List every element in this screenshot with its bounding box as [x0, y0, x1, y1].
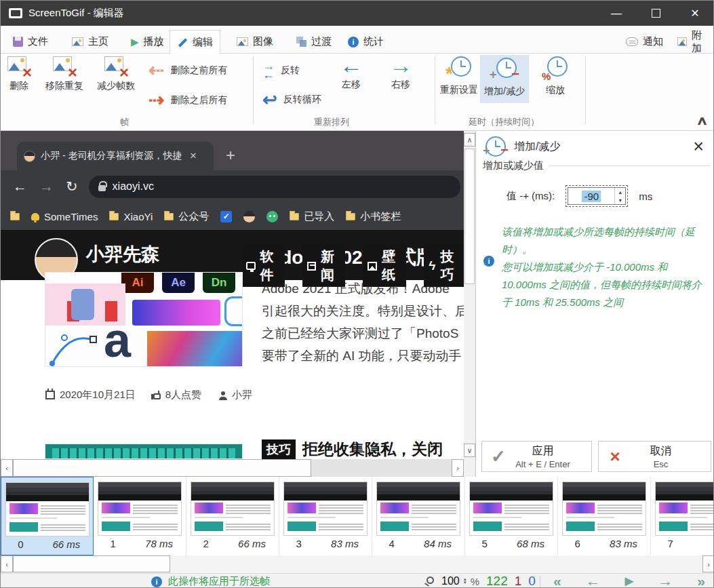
back-icon[interactable]: ←	[13, 178, 27, 195]
timeline-frame[interactable]: 2 66 ms	[186, 477, 279, 555]
spinner-arrows[interactable]: ▲▼	[614, 188, 625, 204]
zoom-control[interactable]: 100 ▲▼ %	[441, 575, 479, 587]
bookmark-check[interactable]: ✓	[220, 211, 232, 222]
article2-image[interactable]	[45, 444, 243, 459]
timeline-frame[interactable]: 1 78 ms	[94, 477, 186, 555]
nav-news[interactable]: 新闻	[302, 245, 345, 287]
zoom-spinner[interactable]: ▲▼	[463, 578, 467, 585]
scroll-left-icon[interactable]: ‹	[1, 459, 13, 477]
bookmark-folder[interactable]	[10, 213, 20, 220]
count-total: 122	[486, 574, 508, 588]
remove-duplicates-button[interactable]: × 移除重复	[45, 56, 83, 92]
address-bar[interactable]: xiaoyi.vc	[89, 176, 460, 198]
frame-thumbnail	[5, 482, 90, 536]
spin-down-icon[interactable]: ▼	[463, 581, 467, 585]
last-frame-button[interactable]: »	[697, 574, 705, 588]
bookmark-wechat[interactable]	[266, 211, 278, 222]
value-spinner[interactable]: -90 ▲▼	[566, 185, 628, 207]
browser-tab[interactable]: 小羿 - 老司机分享福利资源，快捷 ×	[17, 142, 214, 170]
frame-thumbnail	[191, 482, 275, 536]
timeline-frame[interactable]: 4 84 ms	[372, 477, 465, 555]
notifications-button[interactable]: 通知	[619, 30, 670, 54]
bookmark-bar-folder[interactable]: 小书签栏	[346, 210, 401, 223]
reset-delay-button[interactable]: * 重新设置	[440, 56, 478, 96]
horizontal-scrollbar[interactable]: ‹ ›	[1, 459, 464, 477]
collapse-ribbon-button[interactable]: ∧	[696, 113, 708, 128]
scale-delay-button[interactable]: % 缩放	[543, 56, 568, 96]
bookmark-imported[interactable]: 已导入	[290, 210, 334, 223]
scroll-up-icon[interactable]: ∧	[464, 133, 475, 146]
next-frame-button[interactable]: →	[658, 574, 673, 588]
vertical-scrollbar[interactable]: ∧ ∨	[464, 131, 475, 459]
article2-heading[interactable]: 技巧 拒绝收集隐私，关闭	[262, 439, 443, 459]
reduce-framecount-button[interactable]: × 减少帧数	[97, 56, 135, 92]
move-left-button[interactable]: ← 左移	[340, 56, 363, 91]
first-frame-button[interactable]: «	[553, 574, 561, 588]
thumb-art	[102, 517, 150, 518]
tab-statistics[interactable]: i 统计	[341, 30, 391, 54]
timeline-frame[interactable]: 5 68 ms	[465, 477, 558, 555]
attach-button[interactable]: 附加	[671, 30, 714, 54]
nav-software[interactable]: 软件	[241, 245, 285, 287]
thumb-art	[98, 520, 181, 532]
reload-icon[interactable]: ↻	[66, 178, 78, 195]
panel-title: 增加/减少	[514, 140, 560, 154]
spin-down-icon[interactable]: ▼	[615, 196, 625, 204]
apply-button[interactable]: ✓ 应用 Alt + E / Enter	[481, 441, 592, 472]
tab-home[interactable]: 主页	[65, 30, 115, 54]
value-input[interactable]: -90	[582, 191, 601, 202]
new-tab-button[interactable]: +	[226, 146, 235, 165]
bookmark-sometimes[interactable]: SomeTimes	[31, 211, 98, 222]
webpage: Adobe 2021 正式版 软件 新闻 壁纸 ϟ技巧 小羿先森 WWW.XIA…	[1, 230, 464, 459]
frame-thumbnail	[655, 482, 714, 536]
minimize-button[interactable]: —	[597, 1, 636, 26]
move-right-button[interactable]: → 右移	[389, 56, 412, 91]
timeline-frame[interactable]: 0 66 ms	[1, 477, 94, 555]
tab-play[interactable]: ▶ 播放	[124, 30, 171, 54]
tab-edit[interactable]: 编辑	[170, 30, 220, 54]
reverse-loop-button[interactable]: ↩ 反转循环	[262, 92, 321, 108]
article-image[interactable]: Ai Ae Dn a	[45, 272, 243, 367]
bookmark-xiaoyi[interactable]: XiaoYi	[109, 211, 153, 222]
zoom-value[interactable]: 100	[441, 575, 460, 587]
reverse-button[interactable]: →← 反转	[262, 62, 300, 79]
info-icon: i	[483, 256, 494, 267]
scroll-right-icon[interactable]: ›	[702, 555, 714, 572]
scroll-down-icon[interactable]: ∨	[464, 444, 475, 457]
timeline-frame[interactable]: 3 83 ms	[279, 477, 372, 555]
tab-close-icon[interactable]: ×	[190, 149, 197, 163]
previous-frame-button[interactable]: ←	[586, 574, 600, 588]
tab-file[interactable]: 文件	[6, 30, 55, 54]
delete-all-after-button[interactable]: ⇢ 删除之后所有	[148, 93, 227, 108]
frame-thumbnail	[98, 482, 182, 536]
close-button[interactable]: ✕	[675, 1, 714, 26]
tab-transition[interactable]: 过渡	[290, 30, 338, 54]
thumb-art	[563, 494, 646, 501]
horizontal-scroll-thumb[interactable]	[13, 459, 311, 477]
nav-tips[interactable]: ϟ技巧	[424, 245, 464, 287]
cancel-button[interactable]: × 取消 Esc	[598, 441, 711, 472]
spin-up-icon[interactable]: ▲	[615, 188, 625, 196]
reduce-framecount-icon: ×	[104, 56, 127, 75]
panel-group-header: 增加或减少值	[483, 159, 710, 172]
delete-all-before-button[interactable]: ⇠ 删除之前所有	[148, 63, 227, 78]
panel-close-icon[interactable]: ×	[693, 136, 704, 157]
forward-icon[interactable]: →	[39, 178, 54, 195]
delete-button[interactable]: × 删除	[7, 56, 31, 92]
maximize-button[interactable]	[636, 1, 675, 26]
nav-wallpaper[interactable]: 壁纸	[363, 245, 406, 287]
scroll-left-icon[interactable]: ‹	[1, 555, 13, 572]
thumb-art	[6, 483, 89, 488]
timeline-frame[interactable]: 6 83 ms	[558, 477, 651, 555]
timeline-scrollbar[interactable]: ‹ ›	[1, 555, 714, 573]
increase-decrease-button[interactable]: +− 增加/减少	[480, 55, 529, 103]
bookmark-gongzhonghao[interactable]: 公众号	[164, 210, 209, 223]
frame-thumbnail	[283, 482, 368, 536]
bookmark-avatar[interactable]	[243, 211, 255, 222]
vertical-scroll-thumb[interactable]	[464, 149, 475, 284]
timeline-frame[interactable]: 7 8	[651, 477, 714, 555]
scroll-right-icon[interactable]: ›	[452, 459, 464, 477]
timeline-scroll-thumb[interactable]	[13, 555, 170, 572]
play-button[interactable]: ▶	[625, 574, 633, 588]
tab-image[interactable]: 图像	[230, 30, 280, 54]
